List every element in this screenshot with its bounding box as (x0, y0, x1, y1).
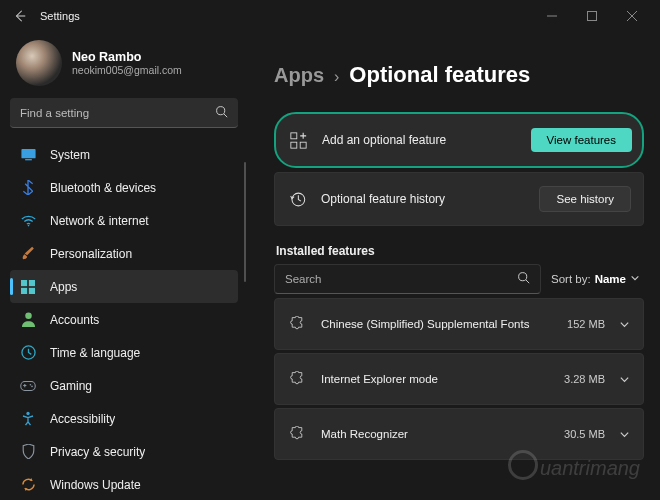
maximize-icon (587, 11, 597, 21)
svg-rect-16 (290, 142, 296, 148)
sidebar-item-personalization[interactable]: Personalization (10, 237, 238, 270)
profile-email: neokim005@gmail.com (72, 64, 182, 76)
add-feature-label: Add an optional feature (322, 133, 531, 147)
chevron-down-icon (617, 429, 631, 440)
sidebar-item-apps[interactable]: Apps (10, 270, 238, 303)
feature-size: 152 MB (567, 318, 605, 330)
person-icon (20, 312, 36, 328)
installed-search[interactable] (274, 264, 541, 294)
feature-size: 30.5 MB (564, 428, 605, 440)
sidebar-item-system[interactable]: System (10, 138, 238, 171)
installed-search-input[interactable] (285, 273, 517, 285)
svg-point-13 (31, 385, 33, 387)
sidebar-item-network-internet[interactable]: Network & internet (10, 204, 238, 237)
feature-name: Chinese (Simplified) Supplemental Fonts (321, 317, 567, 331)
minimize-button[interactable] (532, 2, 572, 30)
svg-point-19 (519, 273, 527, 281)
add-feature-card: Add an optional feature View features (274, 112, 644, 168)
sidebar-item-accessibility[interactable]: Accessibility (10, 402, 238, 435)
puzzle-icon (287, 316, 307, 332)
sidebar-item-label: Time & language (50, 346, 140, 360)
sidebar-item-label: Gaming (50, 379, 92, 393)
sidebar-item-label: Network & internet (50, 214, 149, 228)
sidebar-item-label: Apps (50, 280, 77, 294)
avatar (16, 40, 62, 86)
svg-rect-3 (25, 159, 32, 160)
history-icon (287, 191, 307, 208)
scrollbar[interactable] (244, 162, 246, 282)
svg-rect-8 (29, 287, 35, 293)
feature-list: Chinese (Simplified) Supplemental Fonts1… (274, 298, 644, 460)
search-icon (215, 105, 228, 121)
maximize-button[interactable] (572, 2, 612, 30)
history-label: Optional feature history (321, 192, 539, 206)
sidebar-item-label: Privacy & security (50, 445, 145, 459)
svg-point-12 (30, 384, 32, 386)
sidebar: Neo Rambo neokim005@gmail.com SystemBlue… (0, 32, 248, 500)
close-icon (627, 11, 637, 21)
sidebar-item-time-language[interactable]: Time & language (10, 336, 238, 369)
svg-point-9 (25, 313, 32, 320)
puzzle-icon (287, 426, 307, 442)
bluetooth-icon (20, 180, 36, 196)
settings-search[interactable] (10, 98, 238, 128)
wifi-icon (20, 213, 36, 229)
feature-name: Math Recognizer (321, 427, 564, 441)
access-icon (20, 411, 36, 427)
sort-dropdown[interactable]: Sort by: Name (551, 272, 644, 286)
svg-rect-15 (290, 132, 296, 138)
view-features-button[interactable]: View features (531, 128, 632, 152)
window-title: Settings (40, 10, 80, 22)
feature-name: Internet Explorer mode (321, 372, 564, 386)
svg-rect-0 (588, 12, 597, 21)
sidebar-item-privacy-security[interactable]: Privacy & security (10, 435, 238, 468)
chevron-down-icon (630, 272, 640, 286)
sidebar-item-windows-update[interactable]: Windows Update (10, 468, 238, 500)
see-history-button[interactable]: See history (539, 186, 631, 212)
svg-point-14 (26, 412, 29, 415)
search-icon (517, 271, 530, 287)
chevron-right-icon: › (334, 68, 339, 86)
nav-list: SystemBluetooth & devicesNetwork & inter… (10, 138, 238, 500)
chevron-down-icon (617, 374, 631, 385)
gaming-icon (20, 378, 36, 394)
system-icon (20, 147, 36, 163)
profile-name: Neo Rambo (72, 50, 182, 64)
svg-rect-11 (21, 381, 35, 390)
sidebar-item-label: Windows Update (50, 478, 141, 492)
clock-icon (20, 345, 36, 361)
feature-row[interactable]: Internet Explorer mode3.28 MB (274, 353, 644, 405)
svg-rect-2 (21, 149, 35, 158)
arrow-left-icon (13, 9, 27, 23)
svg-point-1 (217, 106, 225, 114)
sort-value: Name (595, 273, 626, 285)
sidebar-item-label: Accounts (50, 313, 99, 327)
breadcrumb-current: Optional features (349, 62, 530, 88)
history-card: Optional feature history See history (274, 172, 644, 226)
puzzle-icon (287, 371, 307, 387)
sidebar-item-bluetooth-devices[interactable]: Bluetooth & devices (10, 171, 238, 204)
profile-card[interactable]: Neo Rambo neokim005@gmail.com (10, 36, 238, 98)
settings-search-input[interactable] (20, 107, 215, 119)
main-content: Apps › Optional features Add an optional… (248, 32, 660, 500)
svg-rect-5 (21, 280, 27, 286)
apps-icon (20, 279, 36, 295)
close-button[interactable] (612, 2, 652, 30)
sidebar-item-accounts[interactable]: Accounts (10, 303, 238, 336)
feature-row[interactable]: Math Recognizer30.5 MB (274, 408, 644, 460)
sidebar-item-label: Personalization (50, 247, 132, 261)
sidebar-item-gaming[interactable]: Gaming (10, 369, 238, 402)
svg-rect-6 (29, 280, 35, 286)
feature-row[interactable]: Chinese (Simplified) Supplemental Fonts1… (274, 298, 644, 350)
svg-rect-7 (21, 287, 27, 293)
chevron-down-icon (617, 319, 631, 330)
feature-size: 3.28 MB (564, 373, 605, 385)
minimize-icon (547, 11, 557, 21)
update-icon (20, 477, 36, 493)
sidebar-item-label: Bluetooth & devices (50, 181, 156, 195)
breadcrumb-parent[interactable]: Apps (274, 64, 324, 87)
back-button[interactable] (8, 4, 32, 28)
brush-icon (20, 246, 36, 262)
installed-heading: Installed features (276, 244, 644, 258)
add-apps-icon (288, 132, 308, 149)
